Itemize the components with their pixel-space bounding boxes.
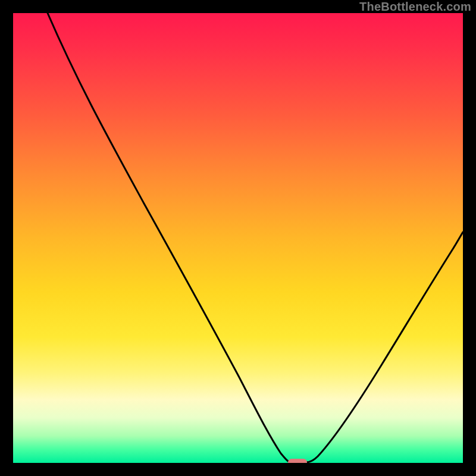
curve-path: [48, 13, 463, 462]
optimal-point-marker: [288, 459, 307, 463]
watermark-label: TheBottleneck.com: [359, 0, 471, 14]
chart-frame: TheBottleneck.com: [0, 0, 476, 476]
bottleneck-curve: [13, 13, 463, 463]
plot-area: [13, 13, 463, 463]
